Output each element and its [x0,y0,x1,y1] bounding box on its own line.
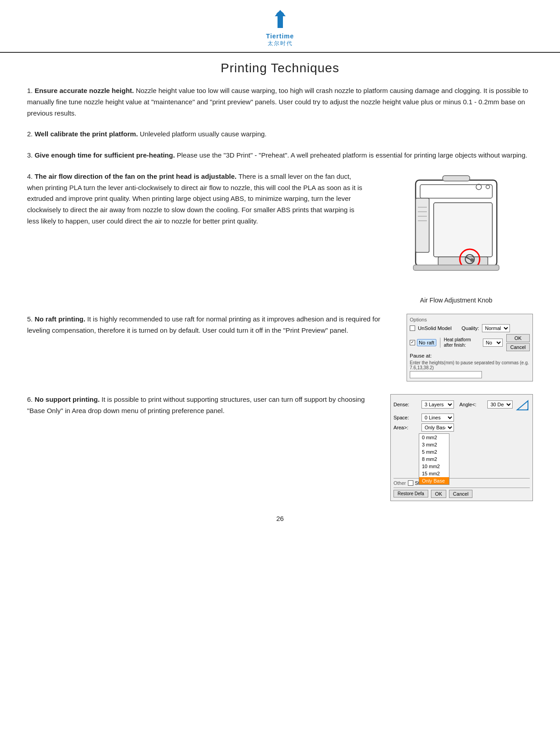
section-6: 6. No support printing. It is possible t… [27,394,533,501]
dropdown-item-5mm2[interactable]: 5 mm2 [419,448,449,455]
brand-name: Tiertime [266,33,294,40]
svg-marker-18 [517,401,528,410]
image-caption: Air Flow Adjustment Knob [420,297,492,304]
section-4-image: Air Flow Adjustment Knob [380,171,533,304]
restore-button[interactable]: Restore Defa [393,490,428,497]
angle-label: Angle<: [459,402,485,407]
quality-select[interactable]: Normal Fine Fast [482,324,510,332]
svg-rect-16 [413,265,499,270]
section-6-text: 6. No support printing. It is possible t… [27,394,377,417]
section-5: 5. No raft printing. It is highly recomm… [27,314,533,381]
dropdown-item-10mm2[interactable]: 10 mm2 [419,463,449,470]
other-section: Other Stable S [393,478,530,486]
no-raft-label: No raft [417,339,436,346]
svg-point-6 [476,184,481,190]
area-label: Area>: [393,425,419,430]
printer-illustration [389,171,524,293]
options-row-2: No raft Heat platform after finish: No Y… [410,334,530,351]
space-row: Space: 0 Lines 1 Line 2 Lines [393,414,530,422]
heat-platform-label: Heat platform after finish: [444,337,480,348]
cancel-button[interactable]: Cancel [506,343,530,351]
area-dropdown[interactable]: 0 mm2 3 mm2 5 mm2 8 mm2 10 mm2 15 mm2 On… [419,433,449,485]
heat-select[interactable]: No Yes [483,339,503,347]
dropdown-item-3mm2[interactable]: 3 mm2 [419,441,449,448]
space-select[interactable]: 0 Lines 1 Line 2 Lines [421,414,454,422]
section-5-text: 5. No raft printing. It is highly recomm… [27,314,393,336]
pause-input[interactable] [410,371,482,378]
divider [440,338,440,348]
quality-label: Quality: [462,325,479,331]
dropdown-item-15mm2[interactable]: 15 mm2 [419,470,449,477]
section-3-text: 3. Give enough time for sufficient pre-h… [27,150,533,161]
angle-icon [515,397,530,412]
svg-rect-5 [438,257,488,266]
section-3: 3. Give enough time for sufficient pre-h… [27,150,533,161]
dense-label: Dense: [393,402,419,407]
other-label: Other [393,480,406,486]
dense-cancel-button[interactable]: Cancel [449,490,472,498]
dropdown-item-onlybase[interactable]: Only Base [419,477,449,484]
section-2: 2. Well calibrate the print platform. Un… [27,129,533,140]
dropdown-item-0mm2[interactable]: 0 mm2 [419,434,449,441]
options-title: Options [410,317,530,322]
restore-row: Restore Defa OK Cancel [393,488,530,498]
section-1-text: 1. Ensure accurate nozzle height. Nozzle… [27,85,533,119]
angle-select[interactable]: 30 Deg 45 Deg [487,400,513,409]
brand-chinese: 太尔时代 [268,40,293,47]
pause-label: Pause at: [410,353,432,358]
section-2-text: 2. Well calibrate the print platform. Un… [27,129,533,140]
page-number: 26 [27,515,533,522]
page-title: Printing Techniques [27,61,533,75]
svg-rect-3 [416,198,429,252]
svg-marker-0 [275,10,286,28]
section-1: 1. Ensure accurate nozzle height. Nozzle… [27,85,533,119]
unsolid-label: UnSolid Model [418,325,452,331]
svg-point-7 [486,185,490,189]
dense-ok-button[interactable]: OK [431,490,446,498]
dense-panel: Dense: 3 Layers 1 Layer 2 Layers Angle<:… [390,394,533,501]
dense-row: Dense: 3 Layers 1 Layer 2 Layers Angle<:… [393,397,530,412]
header: Tiertime 太尔时代 [0,0,560,53]
stable-checkbox[interactable] [408,480,413,486]
dropdown-item-8mm2[interactable]: 8 mm2 [419,455,449,463]
dropdown-container: 0 mm2 3 mm2 5 mm2 8 mm2 10 mm2 15 mm2 On… [393,433,530,476]
svg-rect-17 [443,176,470,181]
space-label: Space: [393,415,419,420]
dense-select[interactable]: 3 Layers 1 Layer 2 Layers [421,400,454,409]
options-panel: Options UnSolid Model Quality: Normal Fi… [407,314,533,381]
pause-row: Pause at: [410,353,530,358]
svg-rect-4 [434,203,492,257]
section-4-text: 4. The air flow direction of the fan on … [27,171,366,227]
pause-hint: Enter the heights(mm) to pause separated… [410,360,530,370]
svg-point-15 [470,258,474,262]
no-raft-checkbox[interactable] [410,340,415,345]
unsolid-checkbox[interactable] [410,325,415,331]
area-select[interactable]: Only Base All [421,423,454,432]
tiertime-logo [268,8,292,32]
section-4: 4. The air flow direction of the fan on … [27,171,533,304]
area-row: Area>: Only Base All [393,423,530,432]
options-row-1: UnSolid Model Quality: Normal Fine Fast [410,324,530,332]
ok-button[interactable]: OK [506,334,530,342]
